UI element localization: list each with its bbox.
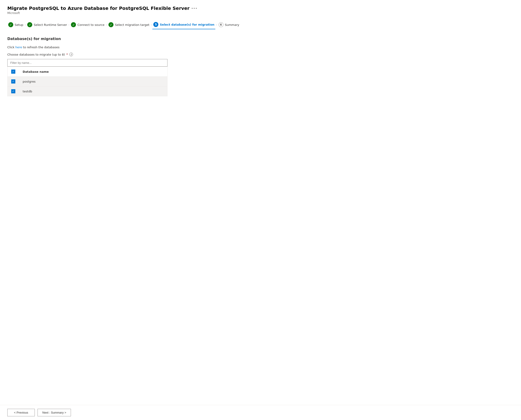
step-label-summary: Summary [225,23,239,27]
wizard-step-setup[interactable]: ✓ Setup [7,20,24,29]
step-separator-1: › [24,23,27,27]
more-options-icon[interactable]: ··· [191,6,197,11]
database-table: ✓ Database name ✓ [7,67,167,96]
step-number-5: 5 [155,23,157,26]
wizard-step-connect-source[interactable]: ✓ Connect to source [70,20,105,29]
footer: < Previous Next : Summary > [0,405,521,420]
row-checkbox-cell-postgres: ✓ [8,77,19,86]
table-row: ✓ postgres [8,77,167,86]
step-circle-setup: ✓ [8,22,13,27]
database-table-wrapper: ✓ Database name ✓ [7,67,167,96]
info-icon[interactable]: i [69,52,73,56]
previous-button[interactable]: < Previous [7,409,35,416]
app-title-text: Migrate PostgreSQL to Azure Database for… [7,6,189,11]
step-number-6: 6 [220,23,222,26]
refresh-link[interactable]: here [15,45,22,49]
row-checkbox-cell-testdb: ✓ [8,86,19,96]
section-title: Database(s) for migration [7,37,514,41]
step-label-migration-target: Select migration target [115,23,149,27]
select-all-checkmark: ✓ [12,70,15,73]
postgres-checkbox[interactable]: ✓ [11,79,15,83]
wizard-steps: ✓ Setup › ✓ Select Runtime Server › ✓ Co… [7,20,514,29]
testdb-checkbox[interactable]: ✓ [11,89,15,93]
choose-label-text: Choose databases to migrate (up to 8) [7,53,65,56]
checkmark-icon-4: ✓ [110,23,112,27]
step-separator-3: › [106,23,108,27]
filter-input[interactable] [7,59,167,67]
postgres-checkmark: ✓ [12,80,15,83]
step-separator-4: › [150,23,153,27]
refresh-text: Click here to refresh the databases [7,45,514,49]
checkmark-icon-2: ✓ [29,23,31,27]
refresh-text-before: Click [7,45,15,49]
step-separator-2: › [68,23,70,27]
wizard-step-migration-target[interactable]: ✓ Select migration target [107,20,150,29]
checkmark-icon-3: ✓ [72,23,75,27]
wizard-step-select-databases[interactable]: 5 Select database(s) for migration [152,20,215,29]
checkmark-icon: ✓ [10,23,12,27]
required-star: * [66,52,68,56]
app-title: Migrate PostgreSQL to Azure Database for… [7,6,197,11]
select-all-checkbox[interactable]: ✓ [11,69,15,74]
step-separator-5: › [215,23,218,27]
step-circle-select-databases: 5 [153,22,158,27]
step-label-setup: Setup [15,23,23,27]
wizard-step-summary[interactable]: 6 Summary [218,20,240,29]
select-all-header-cell: ✓ [8,67,19,77]
filter-wrapper [7,59,167,67]
refresh-text-after: to refresh the databases [22,45,60,49]
next-summary-button[interactable]: Next : Summary > [38,409,71,416]
testdb-checkmark: ✓ [12,90,15,93]
table-row: ✓ testdb [8,86,167,96]
step-circle-runtime: ✓ [27,22,32,27]
step-circle-summary: 6 [219,22,224,27]
step-circle-migration-target: ✓ [108,22,113,27]
choose-databases-label: Choose databases to migrate (up to 8) * … [7,52,514,56]
step-circle-connect-source: ✓ [71,22,76,27]
step-label-runtime: Select Runtime Server [34,23,67,27]
table-header-row: ✓ Database name [8,67,167,77]
step-label-select-databases: Select database(s) for migration [160,23,214,26]
wizard-step-runtime[interactable]: ✓ Select Runtime Server [26,20,68,29]
postgres-db-name: postgres [19,77,167,86]
app-subtitle: Microsoft [7,11,197,15]
step-label-connect-source: Connect to source [77,23,104,27]
testdb-db-name: testdb [19,86,167,96]
database-name-header: Database name [19,67,167,77]
